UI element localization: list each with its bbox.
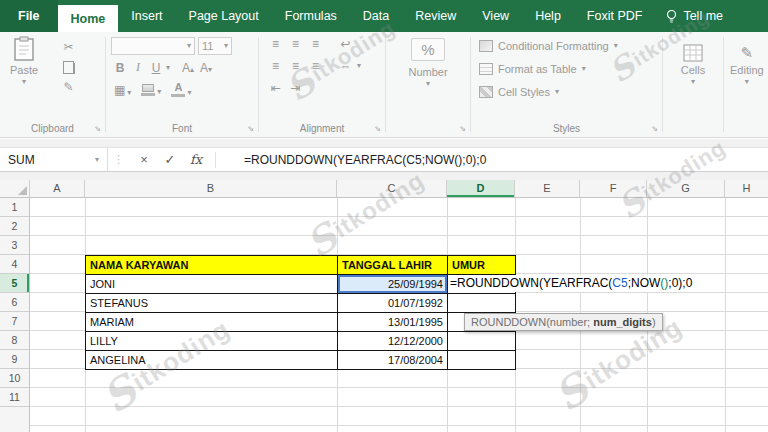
conditional-formatting-button[interactable]: Conditional Formatting ▾	[479, 40, 618, 52]
clipboard-icon	[13, 36, 35, 62]
format-as-table-button[interactable]: Format as Table ▾	[479, 63, 586, 75]
cell-umur[interactable]	[448, 351, 516, 370]
tab-review[interactable]: Review	[402, 0, 469, 32]
paste-button[interactable]: Paste ▾	[10, 36, 38, 86]
tab-data[interactable]: Data	[350, 0, 402, 32]
name-box[interactable]: SUM ▾	[0, 148, 108, 171]
header-cell-tanggal[interactable]: TANGGAL LAHIR	[338, 256, 448, 275]
cell-name[interactable]: JONI	[86, 275, 338, 294]
formula-input[interactable]: =ROUNDDOWN(YEARFRAC(C5;NOW();0);0	[244, 153, 486, 167]
cell-styles-button[interactable]: Cell Styles ▾	[479, 86, 559, 98]
align-bottom-icon[interactable]: ≡	[307, 37, 324, 51]
cell-name[interactable]: LILLY	[86, 332, 338, 351]
alignment-dialog-launcher[interactable]: ⇘	[374, 124, 381, 133]
cell-name[interactable]: ANGELINA	[86, 351, 338, 370]
align-center-icon[interactable]: ≡	[287, 59, 304, 73]
increase-indent-icon[interactable]: ⇥	[287, 81, 304, 95]
cut-icon[interactable]: ✂	[63, 40, 73, 54]
row-header-11[interactable]: 11	[0, 388, 29, 407]
align-top-icon[interactable]: ≡	[267, 37, 284, 51]
format-painter-icon[interactable]: ✎	[63, 80, 73, 94]
font-color-icon: A	[174, 82, 182, 93]
shrink-font-button[interactable]: A▾	[198, 61, 214, 75]
cell-date[interactable]: 17/08/2004	[338, 351, 448, 370]
row-header-5[interactable]: 5	[0, 274, 29, 293]
styles-dialog-launcher[interactable]: ⇘	[651, 124, 658, 133]
tab-home[interactable]: Home	[58, 5, 119, 32]
cell-date[interactable]: 12/12/2000	[338, 332, 448, 351]
row-header-3[interactable]: 3	[0, 236, 29, 255]
merge-center-icon[interactable]: ⇔	[337, 59, 354, 73]
paste-label: Paste	[10, 64, 38, 76]
enter-button[interactable]: ✓	[157, 152, 183, 167]
font-size-combo[interactable]: 11 ▾	[198, 37, 232, 55]
column-header-h[interactable]: H	[725, 180, 768, 197]
fill-color-button[interactable]: ▾	[141, 84, 161, 96]
header-cell-nama[interactable]: NAMA KARYAWAN	[86, 256, 338, 275]
tell-me-button[interactable]: Tell me	[665, 9, 723, 24]
column-header-c[interactable]: C	[337, 180, 447, 197]
column-header-e[interactable]: E	[515, 180, 580, 197]
tab-help[interactable]: Help	[522, 0, 574, 32]
align-middle-icon[interactable]: ≡	[287, 37, 304, 51]
header-cell-umur[interactable]: UMUR	[448, 256, 516, 275]
column-header-a[interactable]: A	[30, 180, 85, 197]
insert-function-button[interactable]: fx	[183, 152, 209, 167]
editing-label: Editing	[730, 64, 764, 76]
row-header-10[interactable]: 10	[0, 369, 29, 388]
cell-date[interactable]: 13/01/1995	[338, 313, 448, 332]
row-header-7[interactable]: 7	[0, 312, 29, 331]
align-right-icon[interactable]: ≡	[307, 59, 324, 73]
align-left-icon[interactable]: ≡	[267, 59, 284, 73]
number-group: % Number ▾ ⇘	[386, 32, 470, 137]
tab-formulas[interactable]: Formulas	[272, 0, 350, 32]
number-dialog-launcher[interactable]: ⇘	[459, 124, 466, 133]
cell-date[interactable]: 01/07/1992	[338, 294, 448, 313]
editing-button[interactable]: ✎ Editing ▾	[730, 44, 764, 86]
tab-view[interactable]: View	[469, 0, 522, 32]
tab-file[interactable]: File	[0, 0, 58, 32]
divider	[0, 172, 768, 180]
cell-date-referenced[interactable]: 25/09/1994	[338, 275, 448, 294]
cells-icon	[683, 44, 703, 62]
grow-font-button[interactable]: A▴	[180, 61, 196, 75]
cells-button[interactable]: Cells ▾	[663, 44, 723, 86]
data-table: NAMA KARYAWAN TANGGAL LAHIR UMUR JONI 25…	[85, 255, 516, 370]
table-row: ANGELINA 17/08/2004	[86, 351, 516, 370]
bold-button[interactable]: B	[112, 61, 128, 75]
row-header-6[interactable]: 6	[0, 293, 29, 312]
underline-button[interactable]: U	[148, 61, 164, 75]
row-header-8[interactable]: 8	[0, 331, 29, 350]
font-color-button[interactable]: A▾	[171, 82, 191, 97]
column-header-g[interactable]: G	[647, 180, 725, 197]
borders-button[interactable]: ▦▾	[114, 83, 131, 97]
tab-foxit-pdf[interactable]: Foxit PDF	[574, 0, 656, 32]
italic-button[interactable]: I	[130, 60, 146, 75]
row-header-1[interactable]: 1	[0, 198, 29, 217]
orientation-icon[interactable]: ↩	[337, 37, 354, 51]
cell-umur[interactable]	[448, 294, 516, 313]
column-header-b[interactable]: B	[85, 180, 337, 197]
row-header-4[interactable]: 4	[0, 255, 29, 274]
row-header-9[interactable]: 9	[0, 350, 29, 369]
number-format-button[interactable]: % Number ▾	[386, 38, 470, 88]
copy-icon[interactable]	[62, 60, 75, 74]
formula-bar-handle[interactable]: ⋮	[113, 153, 124, 166]
row-header-2[interactable]: 2	[0, 217, 29, 236]
tab-insert[interactable]: Insert	[118, 0, 175, 32]
active-cell-formula[interactable]: =ROUNDDOWN(YEARFRAC(C5;NOW();0);0	[448, 275, 695, 292]
cancel-button[interactable]: ×	[131, 152, 157, 167]
clipboard-dialog-launcher[interactable]: ⇘	[94, 124, 101, 133]
cell-name[interactable]: STEFANUS	[86, 294, 338, 313]
column-header-d[interactable]: D	[447, 180, 515, 197]
decrease-indent-icon[interactable]: ⇤	[267, 81, 284, 95]
cell-umur[interactable]	[448, 332, 516, 351]
tab-page-layout[interactable]: Page Layout	[176, 0, 272, 32]
font-name-combo[interactable]: ▾	[111, 37, 195, 55]
select-all-button[interactable]	[0, 180, 30, 197]
cell-name[interactable]: MARIAM	[86, 313, 338, 332]
font-dialog-launcher[interactable]: ⇘	[247, 124, 254, 133]
name-box-value: SUM	[8, 153, 35, 167]
column-header-f[interactable]: F	[580, 180, 647, 197]
table-row: LILLY 12/12/2000	[86, 332, 516, 351]
